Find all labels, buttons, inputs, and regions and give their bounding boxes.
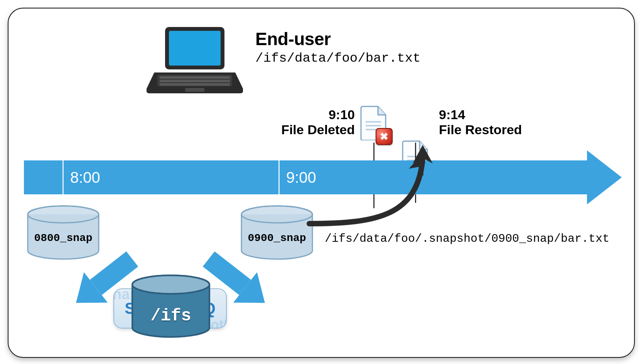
event-deleted-time: 9:10	[251, 107, 355, 122]
svg-rect-20	[90, 251, 138, 295]
arrow-ifs-to-0900-icon	[197, 248, 275, 313]
event-file-restored: 9:14 File Restored	[439, 107, 562, 137]
restore-arrow-icon	[302, 138, 440, 231]
tick-8	[62, 160, 64, 194]
svg-rect-5	[160, 83, 230, 86]
event-restored-time: 9:14	[439, 107, 562, 122]
tick-9	[278, 160, 280, 194]
file-deleted-icon: ✖	[360, 106, 388, 140]
restore-path: /ifs/data/foo/.snapshot/0900_snap/bar.tx…	[325, 232, 609, 245]
arrow-ifs-to-0800-icon	[66, 248, 143, 313]
event-restored-label: File Restored	[439, 122, 562, 137]
end-user-path: /ifs/data/foo/bar.txt	[255, 51, 420, 66]
svg-rect-6	[185, 88, 204, 92]
laptop-icon	[147, 24, 243, 96]
svg-rect-4	[160, 80, 230, 82]
svg-rect-1	[169, 31, 221, 66]
svg-rect-8	[366, 125, 381, 126]
end-user-title: End-user	[255, 29, 331, 49]
timeline-arrowhead-icon	[587, 150, 622, 204]
event-deleted-label: File Deleted	[251, 122, 355, 137]
diagram-card: End-user /ifs/data/foo/bar.txt 9:10 File…	[8, 8, 635, 358]
svg-rect-22	[203, 251, 251, 295]
svg-rect-7	[366, 121, 381, 123]
db-0800-label: 0800_snap	[26, 232, 100, 244]
event-file-deleted: 9:10 File Deleted	[251, 107, 355, 137]
db-0900-label: 0900_snap	[240, 232, 314, 244]
timeline-label-8: 8:00	[70, 169, 100, 186]
svg-rect-3	[160, 76, 230, 79]
